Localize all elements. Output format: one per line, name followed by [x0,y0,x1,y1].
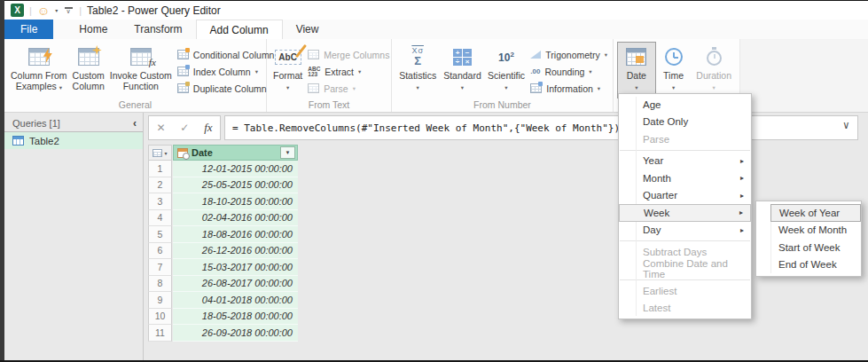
power-query-editor-window: X | ☺ ▾ ∨ | Table2 - Power Query Editor … [0,0,868,362]
index-column-button[interactable]: Index Column ▾ [175,65,278,78]
tab-transform[interactable]: Transform [121,20,195,39]
rounding-button[interactable]: .00 Rounding ▾ [528,65,610,78]
table-menu-caret-icon: ▾ [164,150,167,156]
ribbon-empty-area [739,39,868,112]
menu-item-label: Week [644,208,739,218]
menu-item-combine-date-and-time: Combine Date and Time [619,261,751,279]
date-cell[interactable]: 25-05-2015 00:00:00 [173,177,298,194]
query-item-table2[interactable]: Table2 [4,132,143,149]
date-cell[interactable]: 18-05-2018 00:00:00 [173,309,298,326]
column-name: Date [192,147,277,158]
standard-icon: +−÷× [453,45,472,68]
date-cell[interactable]: 04-01-2018 00:00:00 [173,292,298,309]
ribbon-display-options-icon[interactable]: ∨ [63,7,74,14]
date-cell[interactable]: 26-08-2017 00:00:00 [173,276,298,293]
commit-formula-icon[interactable]: ✓ [180,122,189,134]
date-button[interactable]: Date ▾ [617,42,656,98]
submenu-item-week-of-month[interactable]: Week of Month [756,222,861,240]
window-top-edge [0,0,868,1]
submenu-arrow-icon: ▸ [739,209,743,216]
statistics-icon: XσΣ [411,45,424,68]
column-header-date[interactable]: Date ▼ [173,145,298,161]
tab-home[interactable]: Home [66,20,121,39]
column-from-examples-button[interactable]: Column From Examples ▾ [8,42,70,98]
menu-item-label: Parse [643,134,744,145]
trigonometry-button[interactable]: Trigonometry ▾ [528,48,610,61]
table-row: 112-01-2015 00:00:00 [148,161,298,177]
date-icon [626,45,646,68]
row-number: 9 [148,292,172,309]
submenu-arrow-icon: ▸ [740,157,744,165]
date-cell[interactable]: 15-03-2017 00:00:00 [173,259,298,276]
dropdown-caret-icon: ▾ [504,84,507,91]
menu-item-label: Year [643,155,740,166]
table-menu-button[interactable]: ▾ [148,145,172,161]
menu-item-date-only[interactable]: Date Only [619,114,751,131]
date-cell[interactable]: 26-09-2018 00:00:00 [173,325,298,342]
table-row: 518-08-2016 00:00:00 [148,226,298,243]
menu-separator [620,150,750,151]
tab-add-column[interactable]: Add Column [196,20,283,39]
standard-button[interactable]: +−÷× Standard ▾ [440,42,484,98]
datetime-type-icon [177,148,188,158]
submenu-item-start-of-week[interactable]: Start of Week [756,239,861,256]
statistics-button[interactable]: XσΣ Statistics ▾ [395,42,440,98]
custom-column-button[interactable]: Custom Column [70,42,107,98]
table-row: 1126-09-2018 00:00:00 [148,325,298,342]
invoke-custom-function-button[interactable]: fx Invoke Custom Function [107,42,175,98]
submenu-item-end-of-week[interactable]: End of Week [756,256,861,274]
parse-icon [308,83,319,93]
tab-file[interactable]: File [4,20,53,39]
feedback-smiley-icon[interactable]: ☺ [37,4,50,17]
date-cell[interactable]: 02-04-2016 00:00:00 [173,210,298,227]
menu-item-month[interactable]: Month▸ [619,169,751,187]
submenu-item-week-of-year[interactable]: Week of Year [770,204,861,222]
table-icon [152,149,162,157]
collapse-pane-icon[interactable]: ‹ [133,119,137,128]
tab-view[interactable]: View [283,20,332,39]
merge-columns-button: Merge Columns [305,48,392,61]
window-left-edge [0,0,4,362]
time-button[interactable]: Time ▾ [656,42,692,98]
data-grid: ▾ Date ▼ 112-01-2015 00:00:00225-05-2015… [148,145,298,342]
column-filter-button[interactable]: ▼ [280,146,295,159]
smiley-dropdown-caret-icon[interactable]: ▾ [55,7,58,13]
submenu-arrow-icon: ▸ [740,226,744,234]
menu-item-year[interactable]: Year▸ [619,153,751,170]
row-number: 8 [148,276,172,293]
submenu-arrow-icon: ▸ [740,174,744,182]
dropdown-caret-icon: ▾ [635,84,637,91]
menu-item-day[interactable]: Day▸ [619,222,751,240]
extract-button[interactable]: ABC123 Extract ▾ [305,65,392,78]
expand-formula-bar-icon[interactable]: ∨ [843,119,849,131]
scientific-button[interactable]: 102 Scientific ▾ [485,42,528,98]
fx-icon[interactable]: fx [204,121,212,135]
date-cell[interactable]: 12-01-2015 00:00:00 [173,161,298,177]
ribbon-group-from-number: XσΣ Statistics ▾ +−÷× Standard ▾ 102 Sci… [392,39,614,112]
table-row: 826-08-2017 00:00:00 [148,276,298,293]
date-cell[interactable]: 26-12-2016 00:00:00 [173,243,298,260]
menu-item-label: Subtract Days [643,247,744,257]
date-cell[interactable]: 18-08-2016 00:00:00 [173,226,298,243]
dropdown-caret-icon: ▾ [713,84,716,91]
cancel-formula-icon[interactable]: ✕ [156,122,165,134]
dropdown-caret-icon: ▾ [605,51,607,59]
format-button[interactable]: AbC Format ▾ [270,42,305,98]
queries-pane: Queries [1] ‹ Table2 [4,113,144,360]
information-button[interactable]: Information ▾ [528,82,610,95]
dropdown-caret-icon: ▾ [358,68,361,75]
time-icon [665,45,683,68]
row-number: 7 [148,259,172,276]
menu-item-quarter[interactable]: Quarter▸ [619,187,751,205]
duplicate-column-button[interactable]: Duplicate Column [175,82,278,95]
menu-item-earliest: Earliest [619,282,751,300]
menu-separator [620,240,750,241]
row-number: 10 [148,309,172,326]
conditional-column-button[interactable]: Conditional Column [175,48,278,61]
dropdown-caret-icon: ▾ [672,84,675,91]
formula-input[interactable]: = Table.RemoveColumns(#"Inserted Week of… [224,115,858,140]
date-cell[interactable]: 18-10-2015 00:00:00 [173,193,298,210]
trigonometry-icon [530,51,541,59]
menu-item-age[interactable]: Age [619,96,751,114]
menu-item-week[interactable]: Week▸ [619,204,751,222]
